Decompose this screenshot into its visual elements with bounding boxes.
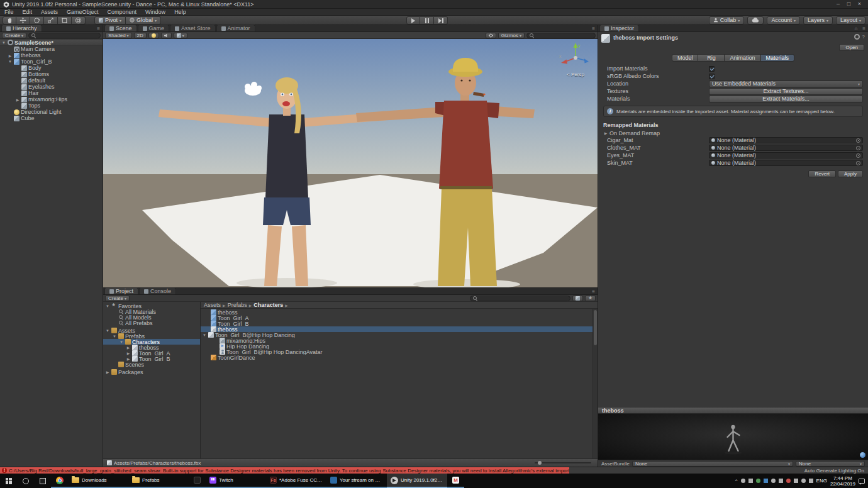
cloud-button[interactable] (747, 16, 764, 25)
expand-arrow-icon[interactable] (105, 370, 110, 374)
tray-icon[interactable] (779, 479, 783, 483)
hierarchy-item-theboss[interactable]: theboss (0, 52, 103, 58)
app-twitch[interactable]: Twitch (206, 474, 266, 488)
expand-arrow-icon[interactable] (1, 41, 6, 45)
expand-arrow-icon[interactable] (112, 335, 117, 338)
transform-tool-button[interactable] (72, 16, 86, 25)
tab-scene[interactable]: Scene (104, 25, 137, 31)
panel-menu-icon[interactable]: ≡ (860, 26, 868, 31)
menu-help[interactable]: Help (170, 9, 191, 16)
hand-tool-button[interactable] (3, 16, 16, 25)
scene-lighting-toggle[interactable] (148, 33, 159, 38)
expand-arrow-icon[interactable] (119, 340, 124, 344)
eyes-mat-object-field[interactable]: None (Material) (709, 152, 863, 158)
slider-thumb[interactable] (538, 461, 542, 465)
extract-materials-button[interactable]: Extract Materials... (709, 96, 863, 103)
search-button[interactable] (17, 474, 34, 488)
gear-icon[interactable] (854, 34, 860, 40)
menu-window[interactable]: Window (141, 9, 170, 16)
vertical-scrollbar[interactable] (593, 309, 598, 458)
model-preview[interactable] (598, 414, 868, 460)
tray-icon[interactable] (748, 479, 753, 483)
hierarchy-item-bottoms[interactable]: Bottoms (0, 71, 103, 77)
layout-dropdown[interactable]: Layout▾ (836, 16, 865, 25)
menu-component[interactable]: Component (103, 9, 142, 16)
close-button[interactable]: × (854, 0, 865, 8)
inspector-tab[interactable]: Inspector (599, 25, 639, 31)
location-dropdown[interactable]: Use Embedded Materials▾ (709, 80, 863, 87)
open-model-button[interactable]: Open (839, 44, 864, 51)
scene-search-input[interactable] (526, 33, 596, 38)
object-picker-icon[interactable] (856, 161, 860, 165)
console-error-message[interactable]: ! C:/Users/Big Red/Downloads/bull_large_… (0, 467, 569, 474)
tree-item-assets[interactable]: Assets (103, 328, 200, 333)
search-by-label-button[interactable] (585, 296, 596, 301)
menu-edit[interactable]: Edit (18, 9, 37, 16)
maximize-button[interactable]: □ (843, 0, 854, 8)
asset-toon-girl-b-prefab[interactable]: Toon_Girl_B (201, 321, 598, 326)
pivot-toggle-button[interactable]: Pivot▾ (94, 16, 126, 25)
tray-icon[interactable] (809, 479, 813, 483)
hierarchy-search-input[interactable] (28, 33, 101, 38)
hierarchy-item-default[interactable]: default (0, 77, 103, 84)
asset-toon-girl-a-prefab[interactable]: Toon_Girl_A (201, 315, 598, 321)
app-prefabs-folder[interactable]: Prefabs (128, 474, 189, 488)
project-search-input[interactable] (470, 296, 570, 301)
help-icon[interactable]: ? (862, 34, 865, 40)
extract-textures-button[interactable]: Extract Textures... (709, 88, 863, 95)
rotate-tool-button[interactable] (30, 16, 44, 25)
preview-options-icon[interactable] (860, 452, 865, 458)
language-indicator[interactable]: ENG (816, 478, 827, 484)
shading-mode-dropdown[interactable]: Shaded▾ (105, 33, 132, 38)
tree-item-characters[interactable]: Characters (103, 339, 200, 345)
breadcrumb-characters[interactable]: Characters (253, 302, 283, 308)
app-mail[interactable]: M (447, 474, 464, 488)
menu-gameobject[interactable]: GameObject (62, 9, 103, 16)
app-adobe-fuse[interactable]: Fs*Adobe Fuse CC (B... (266, 474, 326, 488)
global-toggle-button[interactable]: Global▾ (126, 16, 161, 25)
tab-animator[interactable]: Animator (216, 25, 255, 31)
play-button[interactable] (406, 16, 420, 25)
rect-tool-button[interactable] (58, 16, 72, 25)
perspective-label[interactable]: < Persp (559, 72, 593, 77)
expand-arrow-icon[interactable] (105, 304, 110, 308)
thumbnail-zoom-slider[interactable] (535, 462, 591, 463)
app-unity[interactable]: Unity 2019.1.0f2 Pe... (387, 474, 447, 488)
tray-expand-chevron[interactable]: ^ (735, 478, 738, 484)
minimize-button[interactable]: – (833, 0, 843, 8)
hierarchy-item-eyelashes[interactable]: Eyelashes (0, 84, 103, 90)
tree-item-toon-girl-b[interactable]: Toon_Girl_B (103, 356, 200, 362)
expand-arrow-icon[interactable] (202, 333, 207, 337)
tab-rig[interactable]: Rig (698, 54, 725, 62)
hierarchy-item-directional-light[interactable]: Directional Light (0, 109, 103, 115)
object-picker-icon[interactable] (856, 138, 860, 143)
task-view-button[interactable] (34, 474, 51, 488)
move-tool-button[interactable] (16, 16, 30, 25)
assetbundle-name-dropdown[interactable]: None▾ (632, 461, 793, 467)
panel-menu-icon[interactable]: ≡ (94, 26, 103, 31)
tab-game[interactable]: Game (138, 25, 170, 31)
tab-materials[interactable]: Materials (761, 54, 795, 62)
tray-icon[interactable] (786, 479, 791, 483)
expand-arrow-icon[interactable] (126, 351, 131, 355)
menu-file[interactable]: File (0, 9, 18, 16)
asset-hiphop-dancing-fbx[interactable]: Toon_Girl_B@Hip Hop Dancing (201, 332, 598, 338)
scrollbar-thumb[interactable] (594, 310, 597, 345)
tree-item-all-materials[interactable]: All Materials (103, 309, 200, 314)
skin-mat-object-field[interactable]: None (Material) (709, 160, 863, 166)
search-by-type-button[interactable] (572, 296, 583, 301)
asset-toongirldance-controller[interactable]: ToonGirlDance (201, 355, 598, 360)
tree-item-packages[interactable]: Packages (103, 369, 200, 375)
tab-asset-store[interactable]: Asset Store (170, 25, 216, 31)
revert-button[interactable]: Revert (808, 170, 836, 177)
asset-dancing-avatar[interactable]: Toon_Girl_B@Hip Hop DancingAvatar (201, 349, 598, 355)
tree-item-toon-girl-a[interactable]: Toon_Girl_A (103, 350, 200, 356)
apply-button[interactable]: Apply (838, 170, 863, 177)
scene-effects-dropdown[interactable]: ▾ (174, 33, 187, 38)
tab-project[interactable]: Project (104, 287, 138, 294)
collab-dropdown[interactable]: Collab▾ (709, 16, 745, 25)
assetbundle-variant-dropdown[interactable]: None▾ (796, 461, 865, 467)
step-button[interactable] (434, 16, 448, 25)
clothes-mat-object-field[interactable]: None (Material) (709, 145, 863, 151)
scene-canvas[interactable] (103, 39, 598, 287)
